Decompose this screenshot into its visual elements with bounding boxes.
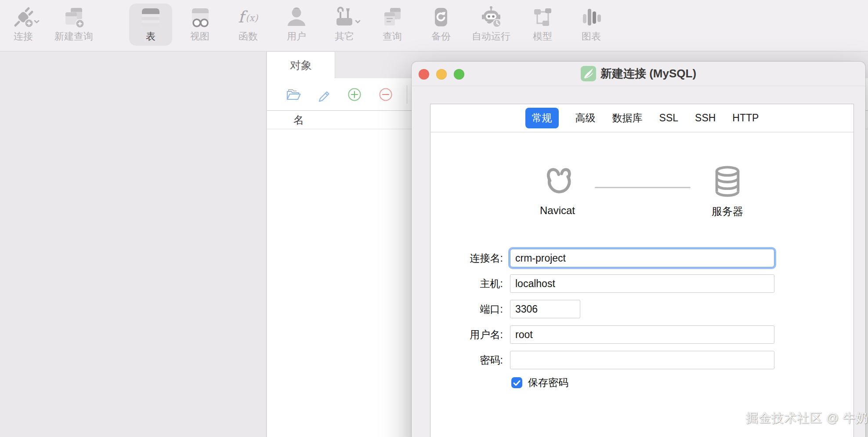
toolbar-item-label: 函数 <box>239 30 258 43</box>
table-icon <box>139 5 163 29</box>
toolbar-item-new-query[interactable]: 新建查询 <box>45 4 103 46</box>
toolbar-separator <box>407 85 407 104</box>
main-toolbar: 连接 新建查询 <box>0 0 868 51</box>
watermark-text: 掘金技术社区 @ 牛奶 <box>746 410 868 426</box>
backup-icon <box>429 5 453 29</box>
port-label: 端口: <box>430 300 503 318</box>
save-password-label: 保存密码 <box>528 377 568 388</box>
plug-icon <box>11 5 35 29</box>
tab-ssl[interactable]: SSL <box>659 109 678 127</box>
toolbar-item-label: 模型 <box>533 30 552 43</box>
dialog-content: 常规 高级 数据库 SSL SSH HTTP Navicat <box>430 104 854 437</box>
plus-circle-icon <box>347 87 362 102</box>
add-connection-button[interactable] <box>346 86 363 103</box>
svg-text:(x): (x) <box>246 13 259 23</box>
navicat-node: Navicat <box>531 165 584 217</box>
model-icon <box>531 5 554 29</box>
robot-icon <box>479 5 503 29</box>
toolbar-item-label: 连接 <box>14 30 33 43</box>
window-controls <box>412 69 464 80</box>
function-icon: f (x) <box>236 5 260 29</box>
toolbar-item-table[interactable]: 表 <box>129 4 172 46</box>
toolbar-item-connection[interactable]: 连接 <box>2 4 45 46</box>
save-password-checkbox[interactable] <box>511 377 522 388</box>
tools-icon <box>333 5 356 29</box>
connection-name-label: 连接名: <box>430 249 503 267</box>
toolbar-item-model[interactable]: 模型 <box>521 4 564 46</box>
tab-advanced[interactable]: 高级 <box>575 108 596 128</box>
username-label: 用户名: <box>430 325 503 344</box>
zoom-button[interactable] <box>454 69 464 80</box>
new-query-icon <box>62 5 86 29</box>
connections-sidebar <box>0 52 267 437</box>
host-label: 主机: <box>430 274 503 293</box>
toolbar-item-label: 用户 <box>287 30 306 43</box>
toolbar-item-user[interactable]: 用户 <box>275 4 318 46</box>
toolbar-item-other[interactable]: 其它 <box>323 4 366 46</box>
chevron-down-icon <box>355 18 361 25</box>
toolbar-item-label: 其它 <box>335 30 354 43</box>
dialog-title-text: 新建连接 (MySQL) <box>600 66 696 81</box>
connection-name-input[interactable] <box>510 249 774 267</box>
password-input[interactable] <box>510 351 774 369</box>
username-input[interactable] <box>510 325 774 344</box>
edit-connection-button[interactable] <box>315 86 333 103</box>
view-icon <box>188 5 212 29</box>
toolbar-item-function[interactable]: f (x) 函数 <box>227 4 270 46</box>
server-label: 服务器 <box>701 204 754 218</box>
toolbar-item-label: 表 <box>146 30 156 43</box>
toolbar-item-query[interactable]: 查询 <box>371 4 414 46</box>
dialog-tab-bar: 常规 高级 数据库 SSL SSH HTTP <box>430 104 854 132</box>
host-input[interactable] <box>510 274 774 293</box>
query-icon <box>380 5 404 29</box>
toolbar-item-chart[interactable]: 图表 <box>570 4 613 46</box>
chart-icon <box>579 5 603 29</box>
toolbar-item-label: 图表 <box>582 30 601 43</box>
toolbar-item-label: 备份 <box>431 30 451 43</box>
tab-objects[interactable]: 对象 <box>267 52 335 78</box>
toolbar-item-automation[interactable]: 自动运行 <box>462 4 520 46</box>
database-icon <box>709 164 746 200</box>
mysql-icon <box>581 66 596 81</box>
column-header-name: 名 <box>293 111 304 129</box>
server-node: 服务器 <box>701 164 754 218</box>
navicat-label: Navicat <box>531 204 584 217</box>
tab-ssh[interactable]: SSH <box>695 109 716 127</box>
tab-objects-label: 对象 <box>290 58 312 73</box>
password-label: 密码: <box>430 351 503 369</box>
check-icon <box>513 380 521 386</box>
port-input[interactable] <box>510 300 580 318</box>
remove-connection-button[interactable] <box>377 86 394 103</box>
toolbar-item-view[interactable]: 视图 <box>178 4 221 46</box>
tab-http[interactable]: HTTP <box>732 109 759 127</box>
close-button[interactable] <box>419 69 429 80</box>
new-connection-dialog: 新建连接 (MySQL) 常规 高级 数据库 SSL SSH HTTP <box>412 62 865 437</box>
tab-databases[interactable]: 数据库 <box>612 108 643 128</box>
navicat-logo-icon <box>539 165 576 200</box>
connection-line <box>595 187 691 188</box>
tab-general[interactable]: 常规 <box>525 108 559 128</box>
toolbar-item-label: 自动运行 <box>472 30 510 43</box>
user-icon <box>285 5 308 29</box>
open-folder-icon <box>285 87 301 102</box>
app-window: 连接 新建查询 <box>0 0 868 437</box>
dialog-title: 新建连接 (MySQL) <box>581 66 696 81</box>
dialog-titlebar[interactable]: 新建连接 (MySQL) <box>412 62 865 86</box>
toolbar-item-backup[interactable]: 备份 <box>420 4 463 46</box>
open-folder-button[interactable] <box>284 86 302 103</box>
toolbar-item-label: 查询 <box>383 30 402 43</box>
minimize-button[interactable] <box>436 69 447 80</box>
toolbar-item-label: 视图 <box>190 30 210 43</box>
toolbar-item-label: 新建查询 <box>54 30 93 43</box>
minus-circle-icon <box>378 87 394 102</box>
chevron-down-icon <box>34 18 40 25</box>
pencil-icon <box>316 87 332 102</box>
